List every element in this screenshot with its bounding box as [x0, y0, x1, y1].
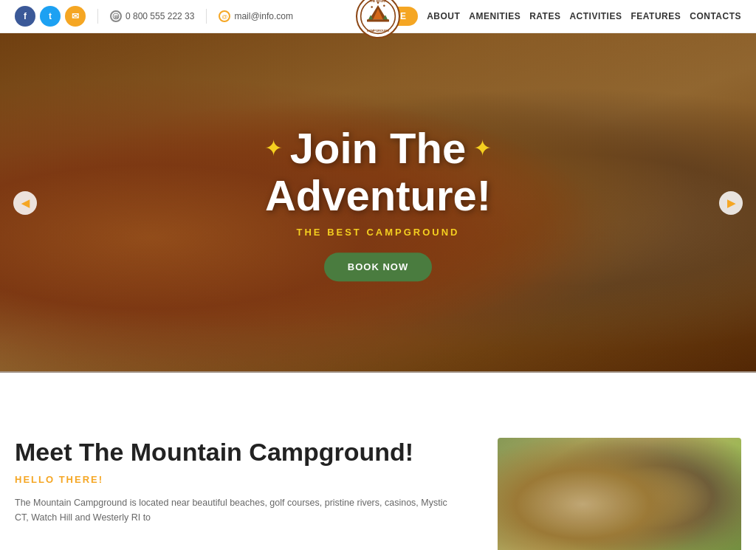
vertical-divider-2	[206, 9, 207, 24]
nav-about[interactable]: ABOUT	[427, 11, 460, 21]
email-address: mail@info.com	[234, 11, 293, 21]
email-icon: @	[219, 10, 230, 22]
contact-info: ☎ 0 800 555 222 33 @ mail@info.com	[110, 9, 293, 24]
header-left: f t ✉ ☎ 0 800 555 222 33 @ mail@info.com	[15, 6, 293, 27]
arrow-right-icon: ▶	[727, 197, 735, 209]
phone-icon: ☎	[110, 10, 122, 22]
hero-title-line2: Adventure!	[193, 172, 563, 219]
sparkle-right-icon: ✦	[473, 136, 492, 162]
svg-rect-7	[367, 19, 389, 21]
nav-contacts[interactable]: CONTACTS	[690, 11, 741, 21]
meet-hello: HELLO THERE!	[15, 474, 453, 485]
couple-photo	[498, 438, 741, 550]
arrow-left-icon: ◀	[21, 197, 30, 209]
hero-subtitle: THE BEST CAMPGROUND	[193, 227, 563, 238]
main-nav: HOME ABOUT AMENITIES RATES ACTIVITIES FE…	[368, 7, 741, 26]
hero-prev-button[interactable]: ◀	[13, 191, 37, 215]
phone-number: 0 800 555 222 33	[126, 11, 194, 21]
hero-title-row1: ✦ Join The ✦	[193, 125, 563, 172]
nav-amenities[interactable]: AMENITIES	[469, 11, 520, 21]
svg-text:☎: ☎	[114, 15, 120, 19]
vertical-divider	[97, 9, 98, 24]
logo-circle: CAMPGROUND THE MOUNT	[356, 0, 400, 38]
meet-title: Meet The Mountain Campground!	[15, 438, 453, 467]
nav-rates[interactable]: RATES	[529, 11, 560, 21]
hero-title-line1: Join The	[290, 125, 466, 172]
email-social-button[interactable]: ✉	[65, 6, 86, 27]
svg-text:THE MOUNT: THE MOUNT	[370, 0, 387, 3]
nav-activities[interactable]: ACTIVITIES	[569, 11, 622, 21]
facebook-button[interactable]: f	[15, 6, 35, 27]
sparkle-left-icon: ✦	[264, 136, 283, 162]
header: f t ✉ ☎ 0 800 555 222 33 @ mail@info.com	[0, 0, 756, 33]
hero-next-button[interactable]: ▶	[719, 191, 743, 215]
svg-point-8	[371, 6, 373, 8]
nav-features[interactable]: FEATURES	[630, 11, 681, 21]
book-now-button[interactable]: BOOK NOW	[324, 252, 432, 281]
meet-description: The Mountain Campground is located near …	[15, 495, 453, 525]
hero-section: ◀ ✦ Join The ✦ Adventure! THE BEST CAMPG…	[0, 33, 756, 373]
hero-content: ✦ Join The ✦ Adventure! THE BEST CAMPGRO…	[193, 125, 563, 281]
meet-text: Meet The Mountain Campground! HELLO THER…	[15, 438, 468, 525]
svg-text:CAMPGROUND: CAMPGROUND	[367, 29, 390, 32]
meet-image	[498, 438, 741, 550]
twitter-button[interactable]: t	[40, 6, 61, 27]
email-contact: @ mail@info.com	[219, 10, 293, 22]
social-icons: f t ✉	[15, 6, 86, 27]
svg-point-9	[383, 5, 385, 7]
wave-separator	[0, 371, 756, 401]
phone-contact: ☎ 0 800 555 222 33	[110, 10, 194, 22]
logo-svg: CAMPGROUND THE MOUNT	[360, 0, 396, 35]
logo[interactable]: CAMPGROUND THE MOUNT	[356, 0, 400, 38]
meet-section: Meet The Mountain Campground! HELLO THER…	[0, 401, 756, 550]
